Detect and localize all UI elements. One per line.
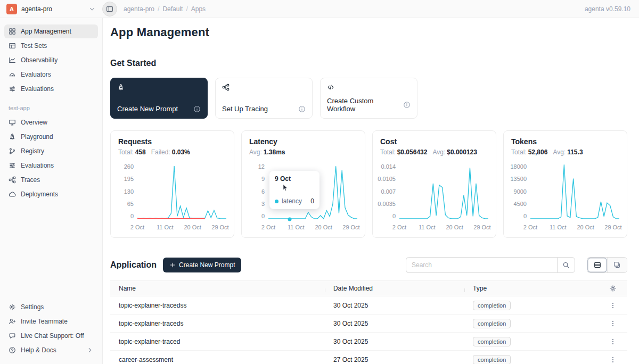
search-button[interactable] xyxy=(557,257,575,273)
y-axis: 0.0140.01050.0070.00350 xyxy=(380,163,399,219)
main-content: App Management Get Started Create New Pr… xyxy=(103,18,639,364)
sidebar-item-app-management[interactable]: App Management xyxy=(4,24,98,38)
table-row[interactable]: career-assessment 27 Oct 2025 completion xyxy=(110,351,627,364)
x-axis-tick: 11 Oct xyxy=(419,224,436,230)
gear-icon xyxy=(9,303,16,311)
column-header-type[interactable]: Type xyxy=(464,285,583,292)
sidebar-item-label: Invite Teammate xyxy=(21,318,68,325)
sidebar-item-app-evaluations[interactable]: Evaluations xyxy=(4,159,98,172)
stat-value: 0.03% xyxy=(172,148,190,156)
topbar: A agenta-pro agenta-pro Default Apps age… xyxy=(0,0,639,18)
table-view-button[interactable] xyxy=(587,258,607,272)
sidebar-item-observability[interactable]: Observability xyxy=(4,53,98,67)
app-name[interactable]: topic-explainer-traced xyxy=(110,338,325,345)
x-axis-tick: 20 Oct xyxy=(315,224,332,230)
y-axis-tick: 0.0035 xyxy=(378,201,396,207)
tooltip-series-label: latency xyxy=(282,197,302,205)
search-input[interactable] xyxy=(406,257,557,273)
cloud-icon xyxy=(9,191,16,198)
x-axis: 2 Oct11 Oct20 Oct29 Oct xyxy=(399,224,488,232)
card-label: Set Up Tracing xyxy=(222,105,268,113)
y-axis-tick: 260 xyxy=(124,163,134,170)
cost-chart: 0.0140.01050.0070.00350 2 Oct11 Oct20 Oc… xyxy=(380,163,488,232)
gauge-icon xyxy=(9,71,16,78)
sliders-icon xyxy=(9,162,16,169)
sidebar-item-help-docs[interactable]: Help & Docs xyxy=(4,343,98,357)
kebab-menu-icon[interactable] xyxy=(609,302,617,309)
table-row[interactable]: topic-explainer-tracedss 30 Oct 2025 com… xyxy=(110,296,627,315)
sliders-icon xyxy=(9,85,16,93)
stat-card-title: Cost xyxy=(380,137,488,146)
breadcrumb: agenta-pro Default Apps xyxy=(124,5,206,13)
sidebar-item-label: Test Sets xyxy=(21,42,47,49)
sidebar-item-traces[interactable]: Traces xyxy=(4,173,98,187)
sidebar-item-label: Traces xyxy=(21,176,40,184)
app-name[interactable]: topic-explainer-tracedss xyxy=(110,302,325,309)
sidebar-item-overview[interactable]: Overview xyxy=(4,115,98,129)
set-up-tracing-card[interactable]: Set Up Tracing xyxy=(215,78,313,119)
sidebar-item-evaluators[interactable]: Evaluators xyxy=(4,68,98,81)
info-icon[interactable] xyxy=(298,105,306,113)
table-row[interactable]: topic-explainer-traced 30 Oct 2025 compl… xyxy=(110,333,627,351)
y-axis-tick: 0 xyxy=(130,213,134,219)
tooltip-value: 0 xyxy=(310,197,314,205)
app-name[interactable]: career-assessment xyxy=(110,356,325,363)
create-custom-workflow-card[interactable]: Create Custom Workflow xyxy=(320,78,417,119)
x-axis-tick: 2 Oct xyxy=(392,224,406,230)
kebab-menu-icon[interactable] xyxy=(609,338,617,345)
sidebar-item-invite-teammate[interactable]: Invite Teammate xyxy=(4,315,98,328)
column-header-date-modified[interactable]: Date Modified xyxy=(325,285,464,292)
create-new-prompt-card[interactable]: Create New Prompt xyxy=(110,78,208,119)
y-axis-tick: 0 xyxy=(523,213,527,219)
gear-icon[interactable] xyxy=(609,285,617,292)
chevron-down-icon xyxy=(88,5,96,13)
column-header-name[interactable]: Name xyxy=(110,285,325,292)
sidebar-item-evaluations[interactable]: Evaluations xyxy=(4,82,98,96)
chart-series-tokens xyxy=(530,164,619,219)
y-axis-tick: 195 xyxy=(124,176,134,182)
info-icon[interactable] xyxy=(403,101,411,109)
sidebar-item-playground[interactable]: Playground xyxy=(4,130,98,144)
y-axis-tick: 12 xyxy=(258,163,265,170)
sidebar-item-label: Overview xyxy=(21,119,47,126)
y-axis-tick: 9 xyxy=(261,176,265,182)
stats-row: Requests Total:458Failed:0.03% 260195130… xyxy=(110,130,627,238)
card-label: Create Custom Workflow xyxy=(327,97,400,113)
table-row[interactable]: topic-explainer-traceds 30 Oct 2025 comp… xyxy=(110,315,627,333)
card-view-button[interactable] xyxy=(607,258,627,272)
kebab-menu-icon[interactable] xyxy=(609,320,617,327)
page-title: App Management xyxy=(110,26,627,39)
sidebar-item-settings[interactable]: Settings xyxy=(4,300,98,314)
stat-card-title: Tokens xyxy=(511,137,619,146)
breadcrumb-project[interactable]: Default xyxy=(154,5,183,13)
sidebar-item-test-sets[interactable]: Test Sets xyxy=(4,39,98,53)
create-new-prompt-button[interactable]: Create New Prompt xyxy=(163,258,241,272)
sidebar-item-deployments[interactable]: Deployments xyxy=(4,187,98,201)
chart-series-requests xyxy=(137,166,226,219)
application-header: Application Create New Prompt xyxy=(110,257,627,273)
y-axis-tick: 9000 xyxy=(514,188,527,195)
x-axis-tick: 2 Oct xyxy=(261,224,275,230)
kebab-menu-icon[interactable] xyxy=(609,356,617,363)
breadcrumb-page[interactable]: Apps xyxy=(183,5,206,13)
info-icon[interactable] xyxy=(193,105,201,113)
sidebar-item-registry[interactable]: Registry xyxy=(4,144,98,158)
chart-plot xyxy=(137,163,226,219)
y-axis: 1800013500900045000 xyxy=(511,163,530,219)
workspace-selector[interactable]: A agenta-pro xyxy=(6,4,96,14)
sidebar: App Management Test Sets Observability E… xyxy=(0,18,103,364)
stat-label: Failed: xyxy=(151,148,170,156)
sidebar-item-label: Settings xyxy=(21,303,44,311)
sidebar-toggle-icon xyxy=(106,5,113,13)
latency-chart: 129630 9 Oct latency 0 xyxy=(249,163,357,232)
chart-canvas xyxy=(399,163,488,219)
sidebar-item-live-chat-support[interactable]: Live Chat Support: Off xyxy=(4,329,98,343)
y-axis-tick: 0 xyxy=(392,213,396,219)
breadcrumb-workspace[interactable]: agenta-pro xyxy=(124,5,154,13)
app-name[interactable]: topic-explainer-traceds xyxy=(110,320,325,327)
sidebar-toggle-button[interactable] xyxy=(102,2,117,16)
y-axis-tick: 130 xyxy=(124,188,134,195)
stat-label: Avg: xyxy=(553,148,566,156)
tooltip-date: 9 Oct xyxy=(275,175,314,183)
y-axis-tick: 3 xyxy=(261,201,265,207)
